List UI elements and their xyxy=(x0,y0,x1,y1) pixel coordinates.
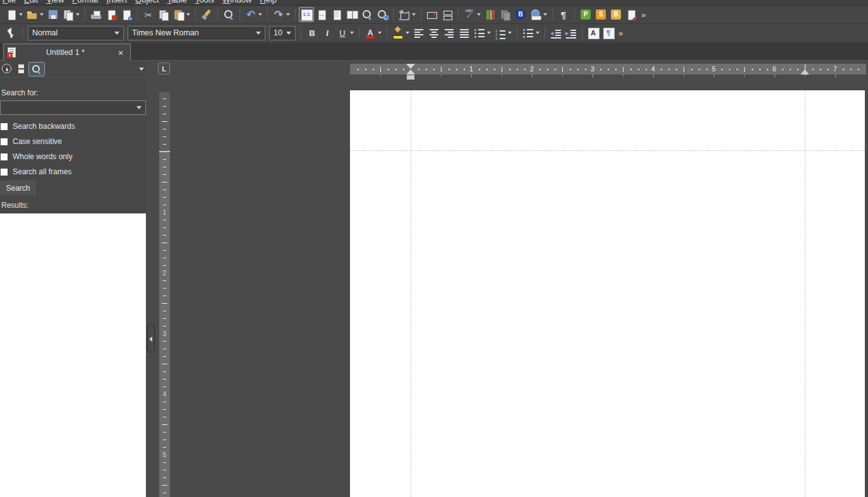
first-line-indent-marker[interactable] xyxy=(406,64,415,69)
paragraph-style-select-dropdown-icon[interactable] xyxy=(114,32,119,35)
paste-dropdown[interactable] xyxy=(186,13,190,16)
spell-check-dropdown[interactable] xyxy=(477,13,481,16)
sidebar-options-dropdown[interactable] xyxy=(139,68,144,71)
undo-button[interactable]: ↶ xyxy=(243,7,258,22)
file-manager-dropdown[interactable] xyxy=(76,13,80,16)
align-right-button[interactable] xyxy=(442,25,457,40)
file-manager-button[interactable] xyxy=(61,7,76,22)
align-center-button[interactable] xyxy=(426,25,442,40)
open-file-button[interactable] xyxy=(25,7,40,22)
paragraph-dialog-button[interactable]: ¶ xyxy=(601,25,616,40)
font-name-select-dropdown-icon[interactable] xyxy=(256,32,261,35)
bold-button[interactable]: B xyxy=(304,25,320,40)
bullet-list-button[interactable] xyxy=(472,25,487,40)
vertical-ruler[interactable]: 12345 xyxy=(159,92,170,497)
zoom-level-button[interactable] xyxy=(375,7,390,22)
presentations-button[interactable]: S xyxy=(593,7,608,22)
insert-autoshape-dropdown[interactable] xyxy=(412,13,416,16)
align-justify-button[interactable] xyxy=(457,25,472,40)
font-size-select[interactable]: 10 xyxy=(269,26,296,40)
font-size-select-dropdown-icon[interactable] xyxy=(286,32,291,35)
menu-file[interactable]: File xyxy=(3,0,16,4)
underline-dropdown[interactable] xyxy=(350,32,354,34)
print-button[interactable] xyxy=(88,7,104,22)
right-indent-marker[interactable] xyxy=(800,69,809,75)
insert-object-frame-button[interactable] xyxy=(440,7,455,22)
sidebar-search-button[interactable] xyxy=(28,62,45,76)
thesaurus-button[interactable] xyxy=(483,7,498,22)
undo-dropdown[interactable] xyxy=(258,13,262,16)
format-painter-button[interactable] xyxy=(199,7,214,22)
font-name-select[interactable]: Times New Roman xyxy=(128,26,265,40)
paragraph-style-select[interactable]: Normal xyxy=(28,26,124,40)
menu-window[interactable]: Window xyxy=(222,0,251,4)
horizontal-ruler[interactable]: 1234567 xyxy=(350,64,866,81)
find-button[interactable] xyxy=(221,7,236,22)
checkbox-search-all-frames[interactable]: Search all frames xyxy=(1,164,146,179)
underline-button[interactable]: U xyxy=(335,25,350,40)
menu-table[interactable]: Table xyxy=(167,0,187,4)
insert-text-frame-button[interactable] xyxy=(425,7,440,22)
zoom-in-button[interactable] xyxy=(359,7,375,22)
highlight-dropdown[interactable] xyxy=(406,32,409,34)
align-left-button[interactable] xyxy=(411,25,426,40)
menu-view[interactable]: View xyxy=(46,0,64,4)
tab-stop-selector[interactable]: L xyxy=(158,63,170,75)
planmaker-button[interactable]: P xyxy=(578,7,593,22)
document-tab[interactable]: T Untitled 1 * × xyxy=(3,44,131,61)
decrease-indent-button[interactable]: ◂ xyxy=(548,25,564,40)
font-color-dropdown[interactable] xyxy=(378,32,382,34)
increase-indent-button[interactable]: ▸ xyxy=(564,25,579,40)
navigator-icon[interactable] xyxy=(2,64,11,73)
checkbox-search-backwards[interactable]: Search backwards xyxy=(1,119,146,134)
open-file-dropdown[interactable] xyxy=(40,13,44,16)
menu-object[interactable]: Object xyxy=(135,0,159,4)
checkbox-whole-words-only[interactable]: Whole words only xyxy=(1,149,146,164)
numbered-list-button[interactable]: 123 xyxy=(493,25,508,40)
bullet-list-dropdown[interactable] xyxy=(487,32,491,34)
object-mode-button[interactable] xyxy=(4,25,19,40)
dictionary-button[interactable] xyxy=(498,7,513,22)
redo-button[interactable]: ↷ xyxy=(271,7,286,22)
search-input[interactable] xyxy=(0,100,146,115)
highlight-button[interactable]: ab xyxy=(390,25,406,40)
sidebar-collapse-handle[interactable] xyxy=(147,324,155,352)
insert-autoshape-button[interactable]: ★ xyxy=(397,7,412,22)
berlitz-dictionary-button[interactable]: B xyxy=(513,7,528,22)
zoom-actual-size-button[interactable]: 1:1 xyxy=(299,7,314,22)
menu-edit[interactable]: Edit xyxy=(24,0,38,4)
new-document-dropdown[interactable] xyxy=(19,13,23,16)
outline-list-button[interactable] xyxy=(521,25,536,40)
zoom-page-width-button[interactable]: ↔ xyxy=(314,7,329,22)
zoom-two-pages-button[interactable] xyxy=(344,7,359,22)
zoom-full-page-button[interactable] xyxy=(329,7,344,22)
checkbox-case-sensitive[interactable]: Case sensitive xyxy=(1,134,146,149)
tab-close-button[interactable]: × xyxy=(115,48,126,57)
document-page[interactable] xyxy=(350,90,865,497)
redo-dropdown[interactable] xyxy=(286,13,290,16)
italic-button[interactable]: I xyxy=(320,25,335,40)
left-indent-marker[interactable] xyxy=(406,69,415,75)
search-button[interactable]: Search xyxy=(0,181,36,195)
menu-insert[interactable]: Insert xyxy=(107,0,128,4)
numbered-list-dropdown[interactable] xyxy=(508,32,512,34)
translate-button[interactable] xyxy=(528,7,543,22)
left-margin-marker[interactable] xyxy=(407,75,414,80)
panel-layout-icon[interactable] xyxy=(18,64,24,73)
more-buttons-icon[interactable]: » xyxy=(641,10,646,20)
save-button[interactable] xyxy=(45,7,61,22)
cut-button[interactable]: ✂ xyxy=(141,7,156,22)
menu-help[interactable]: Help xyxy=(260,0,277,4)
font-color-button[interactable]: A xyxy=(363,25,378,40)
search-results-list[interactable] xyxy=(0,213,146,497)
new-document-button[interactable] xyxy=(4,7,19,22)
smarttext-button[interactable] xyxy=(624,7,639,22)
formatting-marks-button[interactable]: ¶ xyxy=(556,7,571,22)
menu-tools[interactable]: Tools xyxy=(195,0,214,4)
menu-format[interactable]: Format xyxy=(72,0,98,4)
export-pdf-button[interactable] xyxy=(104,7,119,22)
basicmaker-button[interactable]: B xyxy=(608,7,624,22)
search-input-dropdown-icon[interactable] xyxy=(136,106,142,109)
character-dialog-button[interactable]: A xyxy=(586,25,601,40)
spell-check-button[interactable]: ✓ABC xyxy=(462,7,477,22)
